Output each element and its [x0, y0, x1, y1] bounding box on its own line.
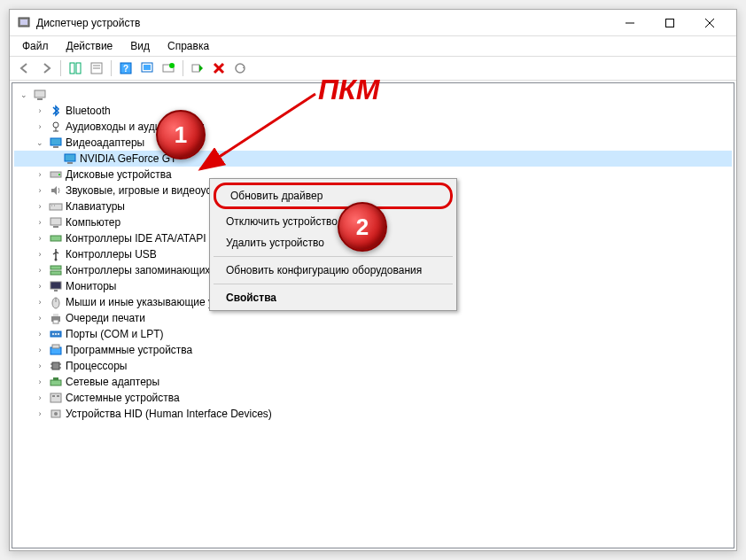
tree-item-label: Bluetooth	[66, 103, 111, 119]
svg-rect-36	[53, 226, 58, 228]
menubar: Файл Действие Вид Справка	[10, 36, 736, 56]
tree-category[interactable]: › Системные устройства	[14, 390, 732, 406]
expander-icon[interactable]: ›	[34, 184, 46, 197]
keyboard-icon	[49, 199, 63, 214]
expander-icon[interactable]: ›	[34, 392, 46, 404]
expander-icon[interactable]: ›	[34, 312, 46, 324]
menu-help[interactable]: Справка	[160, 38, 216, 54]
expander-icon[interactable]: ›	[34, 232, 46, 245]
svg-rect-14	[144, 65, 151, 70]
tree-category[interactable]: › Очереди печати	[14, 310, 732, 326]
software-icon	[49, 343, 63, 357]
tree-category[interactable]: › Порты (COM и LPT)	[14, 326, 732, 342]
ctx-properties[interactable]: Свойства	[212, 287, 455, 308]
printer-icon	[49, 311, 63, 325]
expander-icon[interactable]: ⌄	[34, 136, 46, 149]
svg-point-51	[58, 333, 59, 335]
svg-rect-54	[52, 362, 59, 369]
tree-item-label: Процессоры	[66, 358, 128, 374]
window-title: Диспетчер устройств	[36, 17, 610, 29]
tree-item-label: Контроллеры IDE ATA/ATAPI	[66, 230, 206, 246]
expander-icon[interactable]: ›	[34, 216, 46, 229]
tree-category[interactable]: › Устройства HID (Human Interface Device…	[14, 406, 732, 422]
svg-point-49	[52, 333, 54, 335]
tree-category[interactable]: › Аудиовходы и аудиовыходы	[14, 119, 732, 135]
help-button[interactable]: ?	[116, 58, 136, 78]
ctx-update-config[interactable]: Обновить конфигурацию оборудования	[212, 260, 455, 281]
svg-point-31	[58, 174, 60, 175]
svg-rect-35	[51, 218, 61, 225]
titlebar: Диспетчер устройств	[10, 10, 736, 36]
svg-rect-1	[20, 19, 27, 25]
svg-rect-46	[53, 314, 58, 316]
ctx-disable-device[interactable]: Отключить устройство	[212, 211, 455, 232]
uninstall-button[interactable]	[209, 58, 229, 78]
tree-item-label: Компьютер	[66, 214, 120, 230]
minimize-button[interactable]	[610, 11, 649, 35]
svg-point-38	[55, 259, 58, 261]
expander-icon[interactable]: ›	[34, 168, 46, 181]
expander-icon[interactable]: ›	[34, 280, 46, 292]
tree-category[interactable]: ⌄ Видеоадаптеры	[14, 135, 732, 151]
tree-category[interactable]: › Программные устройства	[14, 342, 732, 358]
expander-icon[interactable]: ›	[34, 105, 46, 117]
expander-icon[interactable]: ›	[34, 408, 46, 420]
expander-icon[interactable]: ›	[34, 200, 46, 213]
forward-button[interactable]	[36, 58, 56, 78]
expander-icon[interactable]: ›	[34, 264, 46, 276]
tree-item-label: Клавиатуры	[66, 198, 125, 214]
svg-point-65	[54, 412, 58, 416]
ide-icon	[49, 231, 63, 245]
svg-rect-63	[57, 395, 59, 397]
tree-device-label: NVIDIA GeForce GT	[80, 151, 176, 167]
svg-rect-17	[192, 65, 199, 72]
tree-category[interactable]: › Сетевые адаптеры	[14, 374, 732, 390]
svg-rect-40	[51, 271, 61, 275]
expander-icon[interactable]: ›	[34, 328, 46, 340]
enable-button[interactable]	[188, 58, 207, 78]
annotation-circle-1: 1	[156, 110, 206, 159]
svg-rect-26	[51, 138, 61, 145]
properties-button[interactable]	[87, 58, 106, 78]
toolbar-separator	[111, 60, 112, 76]
tree-category[interactable]: › Процессоры	[14, 358, 732, 374]
svg-point-50	[55, 333, 57, 335]
refresh-button[interactable]	[230, 58, 250, 78]
tree-item-label: Системные устройства	[66, 390, 180, 406]
svg-rect-39	[51, 266, 61, 269]
svg-rect-27	[53, 146, 58, 148]
menu-file[interactable]: Файл	[15, 38, 56, 54]
expander-icon[interactable]: ›	[34, 376, 46, 388]
menu-view[interactable]: Вид	[123, 38, 157, 54]
svg-rect-28	[65, 154, 75, 161]
ctx-remove-device[interactable]: Удалить устройство	[212, 232, 455, 253]
device-tree[interactable]: ⌄ › Bluetooth › Аудиовходы и аудиовыходы…	[12, 82, 734, 548]
toolbar-separator	[183, 60, 183, 76]
tree-device[interactable]: NVIDIA GeForce GT	[14, 151, 732, 167]
expander-icon[interactable]: ›	[34, 360, 46, 372]
expander-icon[interactable]: ›	[34, 121, 46, 133]
tree-item-label: Программные устройства	[66, 342, 192, 358]
menu-action[interactable]: Действие	[59, 38, 120, 54]
svg-rect-53	[52, 345, 59, 348]
system-icon	[49, 391, 63, 405]
svg-rect-42	[54, 290, 58, 292]
scan-hardware-button[interactable]	[137, 58, 157, 78]
monitor-icon	[49, 279, 63, 293]
show-hide-button[interactable]	[66, 58, 85, 78]
update-driver-button[interactable]	[159, 58, 178, 78]
expander-icon[interactable]: ›	[34, 248, 46, 261]
expander-icon[interactable]: ⌄	[18, 89, 30, 101]
context-menu: Обновить драйвер Отключить устройство Уд…	[209, 178, 457, 311]
close-button[interactable]	[689, 11, 729, 35]
annotation-number: 2	[356, 214, 369, 241]
disk-icon	[49, 167, 63, 182]
tree-item-label: Контроллеры USB	[66, 246, 157, 262]
svg-point-16	[169, 63, 175, 68]
tree-item-label: Видеоадаптеры	[66, 135, 144, 151]
expander-icon[interactable]: ›	[34, 344, 46, 356]
expander-icon[interactable]: ›	[34, 296, 46, 308]
back-button[interactable]	[15, 58, 35, 78]
maximize-button[interactable]	[649, 11, 689, 35]
ctx-update-driver[interactable]: Обновить драйвер	[214, 183, 453, 209]
